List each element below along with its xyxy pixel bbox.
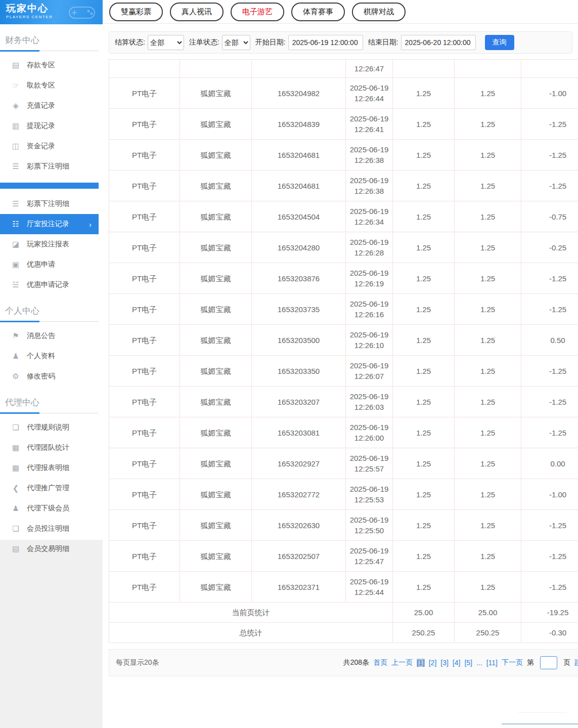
table-row[interactable]: PT电子狐媚宝藏16532030812025-06-1912:26:001.25… bbox=[109, 417, 578, 448]
game-name-cell: 狐媚宝藏 bbox=[180, 201, 252, 232]
table-row[interactable]: PT电子狐媚宝藏16532035002025-06-1912:26:101.25… bbox=[109, 325, 578, 356]
end-date-input[interactable] bbox=[401, 35, 476, 50]
bet-datetime-cell: 2025-06-1912:25:53 bbox=[346, 479, 393, 510]
order-id-cell: 1653204504 bbox=[252, 201, 346, 232]
table-row[interactable]: PT电子狐媚宝藏16532042802025-06-1912:26:281.25… bbox=[109, 232, 578, 263]
table-row[interactable]: PT电子狐媚宝藏16532038762025-06-1912:26:191.25… bbox=[109, 263, 578, 294]
sidebar-item-member-trade-detail[interactable]: ▤会员交易明细 bbox=[0, 539, 99, 559]
jump-button[interactable]: 跳转 bbox=[574, 658, 578, 667]
sidebar-item-hall-bet-record[interactable]: ☷厅室投注记录› bbox=[0, 214, 99, 234]
sidebar-item-promo-apply[interactable]: ▣优惠申请 bbox=[0, 254, 99, 275]
game-name-cell: 狐媚宝藏 bbox=[180, 170, 252, 201]
valid-amount-cell: 1.25 bbox=[455, 479, 521, 510]
deposit-card-icon: ▤ bbox=[11, 61, 20, 70]
table-row[interactable]: PT电子狐媚宝藏16532046812025-06-1912:26:381.25… bbox=[109, 170, 578, 201]
sidebar-item-promo-apply-record[interactable]: ☱优惠申请记录 bbox=[0, 275, 99, 295]
sidebar-item-member-bet-detail[interactable]: ❏会员投注明细 bbox=[0, 519, 99, 539]
sidebar-item-lottery-bet-detail-2[interactable]: ☰彩票下注明细 bbox=[0, 194, 99, 214]
bet-datetime-cell: 2025-06-1912:26:44 bbox=[346, 78, 393, 109]
page-link-2[interactable]: [2] bbox=[429, 659, 437, 667]
pagination-bar: 每页显示20条 共208条 首页 上一页 [1][2][3][4][5]...[… bbox=[109, 649, 578, 676]
bet-amount-cell: 1.25 bbox=[393, 109, 455, 140]
settle-status-select[interactable]: 全部 bbox=[148, 35, 184, 50]
bet-datetime-cell: 2025-06-1912:26:03 bbox=[346, 387, 393, 417]
empty-cell bbox=[252, 60, 346, 78]
table-row[interactable]: PT电子狐媚宝藏16532048392025-06-1912:26:411.25… bbox=[109, 109, 578, 140]
sidebar-item-personal-profile[interactable]: ♟个人资料 bbox=[0, 346, 99, 366]
sidebar-item-agent-sub-members[interactable]: ♟代理下级会员 bbox=[0, 498, 99, 519]
next-page-link[interactable]: 下一页 bbox=[502, 658, 523, 667]
page-link-5[interactable]: [5] bbox=[464, 659, 472, 667]
sidebar-item-change-password[interactable]: ⚙修改密码 bbox=[0, 366, 99, 387]
sidebar-item-withdrawal-record[interactable]: ▥提现记录 bbox=[0, 116, 99, 136]
tab-board-card-battle[interactable]: 棋牌对战 bbox=[352, 3, 406, 21]
sidebar-item-deposit-zone[interactable]: ▤存款专区 bbox=[0, 55, 99, 75]
profit-cell: -1.25 bbox=[521, 510, 578, 541]
sidebar-item-withdraw-zone[interactable]: ☞取款专区 bbox=[0, 75, 99, 96]
table-row[interactable]: PT电子狐媚宝藏16532029272025-06-1912:25:571.25… bbox=[109, 448, 578, 479]
sidebar-item-label: 玩家投注报表 bbox=[27, 240, 69, 249]
first-page-link[interactable]: 首页 bbox=[373, 658, 387, 667]
section-header: 财务中心 bbox=[0, 30, 99, 51]
sidebar-item-agent-report-detail[interactable]: ▦代理报表明细 bbox=[0, 458, 99, 478]
profit-cell: -1.00 bbox=[521, 479, 578, 510]
sidebar-item-agent-team-stats[interactable]: ▦代理团队统计 bbox=[0, 438, 99, 458]
page-link-1[interactable]: [1] bbox=[417, 659, 425, 667]
page-link-3[interactable]: [3] bbox=[440, 659, 449, 667]
empty-cell bbox=[180, 60, 252, 78]
sidebar-item-player-bet-report[interactable]: ◪玩家投注报表 bbox=[0, 234, 99, 254]
table-row[interactable]: PT电子狐媚宝藏16532032072025-06-1912:26:031.25… bbox=[109, 387, 578, 417]
sidebar-item-agent-promo-manage[interactable]: ❮代理推广管理 bbox=[0, 478, 99, 498]
cutoff-widget-line bbox=[518, 712, 566, 713]
page-link-4[interactable]: [4] bbox=[453, 659, 461, 667]
sidebar-item-agent-rules[interactable]: ❏代理规则说明 bbox=[0, 417, 99, 438]
sidebar-item-funds-record[interactable]: ◫资金记录 bbox=[0, 136, 99, 156]
table-row[interactable]: PT电子狐媚宝藏16532027722025-06-1912:25:531.25… bbox=[109, 479, 578, 510]
bet-amount-cell: 1.25 bbox=[393, 201, 455, 232]
jump-page-input[interactable] bbox=[540, 656, 557, 669]
table-row[interactable]: PT电子狐媚宝藏16532046812025-06-1912:26:381.25… bbox=[109, 140, 578, 170]
tab-sports-events[interactable]: 体育赛事 bbox=[291, 3, 345, 21]
sidebar-item-message-notice[interactable]: ⚑消息公告 bbox=[0, 326, 99, 346]
sidebar-item-label: 代理下级会员 bbox=[27, 504, 69, 513]
bet-amount-cell: 1.25 bbox=[393, 479, 455, 510]
order-id-cell: 1653204681 bbox=[252, 170, 346, 201]
page-link-11[interactable]: [11] bbox=[486, 659, 498, 667]
table-row[interactable]: PT电子狐媚宝藏16532023712025-06-1912:25:441.25… bbox=[109, 572, 578, 603]
table-row[interactable]: PT电子狐媚宝藏16532045042025-06-1912:26:341.25… bbox=[109, 201, 578, 232]
sidebar-item-label: 提现记录 bbox=[27, 121, 55, 131]
bet-datetime-cell: 2025-06-1912:26:34 bbox=[346, 201, 393, 232]
profit-cell: -1.25 bbox=[521, 263, 578, 294]
start-date-input[interactable] bbox=[288, 35, 363, 50]
section-divider-bar bbox=[0, 183, 99, 189]
tab-double-win-lottery[interactable]: 雙赢彩票 bbox=[109, 3, 163, 21]
summary-row: 当前页统计25.0025.00-19.25 bbox=[109, 603, 578, 623]
bet-amount-cell: 1.25 bbox=[393, 448, 455, 479]
sidebar-item-recharge-record[interactable]: ◈充值记录 bbox=[0, 96, 99, 116]
table-row[interactable]: PT电子狐媚宝藏16532037352025-06-1912:26:161.25… bbox=[109, 294, 578, 325]
table-row[interactable]: PT电子狐媚宝藏16532025072025-06-1912:25:471.25… bbox=[109, 541, 578, 572]
prev-page-link[interactable]: 上一页 bbox=[391, 658, 413, 667]
order-id-cell: 1653202630 bbox=[252, 510, 346, 541]
cutoff-widget-edge bbox=[502, 723, 578, 728]
table-row[interactable]: PT电子狐媚宝藏16532049822025-06-1912:26:441.25… bbox=[109, 78, 578, 109]
tab-live-video[interactable]: 真人视讯 bbox=[170, 3, 224, 21]
bet-amount-cell: 1.25 bbox=[393, 325, 455, 356]
order-id-cell: 1653203207 bbox=[252, 387, 346, 417]
order-id-cell: 1653204681 bbox=[252, 140, 346, 170]
game-type-cell: PT电子 bbox=[109, 109, 180, 140]
game-type-cell: PT电子 bbox=[109, 78, 180, 109]
profit-cell: -1.25 bbox=[521, 170, 578, 201]
player-bet-report-icon: ◪ bbox=[11, 240, 20, 249]
tab-electronic-games[interactable]: 电子游艺 bbox=[231, 3, 284, 21]
end-date-label: 结束日期: bbox=[368, 38, 398, 47]
sidebar-item-lottery-bet-detail[interactable]: ☰彩票下注明细 bbox=[0, 156, 99, 177]
order-status-select[interactable]: 全部 bbox=[222, 35, 250, 50]
table-row[interactable]: PT电子狐媚宝藏16532026302025-06-1912:25:501.25… bbox=[109, 510, 578, 541]
profit-cell: -1.25 bbox=[521, 387, 578, 417]
game-name-cell: 狐媚宝藏 bbox=[180, 78, 252, 109]
bet-records-tbody: 12:26:47PT电子狐媚宝藏16532049822025-06-1912:2… bbox=[109, 60, 578, 643]
query-button[interactable]: 查询 bbox=[485, 35, 514, 50]
table-row-partial: 12:26:47 bbox=[109, 60, 578, 78]
table-row[interactable]: PT电子狐媚宝藏16532033502025-06-1912:26:071.25… bbox=[109, 356, 578, 387]
